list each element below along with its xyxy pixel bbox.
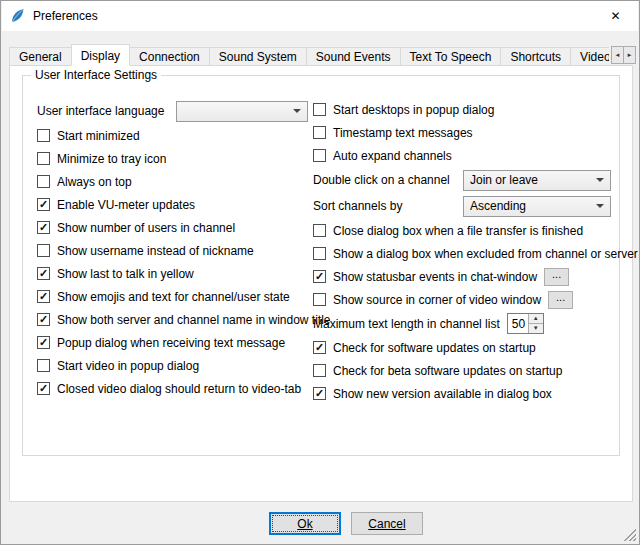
checkbox-label[interactable]: Show number of users in channel	[57, 221, 235, 235]
tab-scroll-right-icon[interactable]: ►	[623, 46, 636, 64]
spin-up-icon[interactable]: ▲	[529, 314, 543, 323]
tab-scroll-control: ◄ ►	[611, 46, 636, 64]
checkbox-label[interactable]: Enable VU-meter updates	[57, 198, 195, 212]
row-show-a-dialog-box-when-excluded-from-channel-or-server: Show a dialog box when excluded from cha…	[313, 242, 611, 265]
checkbox-label[interactable]: Show username instead of nickname	[57, 244, 254, 258]
tab-shortcuts[interactable]: Shortcuts	[500, 47, 571, 66]
checkbox-unchecked-icon-show-source-in-corner-of-video-window[interactable]	[313, 293, 326, 306]
checkbox-checked-icon-show-last-to-talk-in-yellow[interactable]: ✓	[37, 267, 50, 280]
more-options-button-show-statusbar-events-in-chat-window[interactable]: ...	[544, 268, 569, 286]
display-tab-page: User Interface Settings User interface l…	[9, 65, 633, 502]
tab-connection[interactable]: Connection	[129, 47, 210, 66]
checkbox-checked-icon-show-new-version-available-in-dialog-box[interactable]: ✓	[313, 387, 326, 400]
dropdown-value: Join or leave	[470, 173, 590, 187]
tab-general[interactable]: General	[9, 47, 72, 66]
checkbox-label[interactable]: Show a dialog box when excluded from cha…	[333, 247, 638, 261]
dropdown-user-interface-language[interactable]	[176, 101, 308, 122]
preferences-dialog: Preferences ✕ GeneralDisplayConnectionSo…	[0, 0, 640, 545]
ok-button[interactable]: Ok	[269, 512, 341, 535]
spinner-maximum-text-length-in-channel-list[interactable]: 50▲▼	[507, 313, 544, 334]
row-timestamp-text-messages: Timestamp text messages	[313, 121, 611, 144]
row-show-emojis-and-text-for-channel-user-state: ✓Show emojis and text for channel/user s…	[37, 285, 313, 308]
row-auto-expand-channels: Auto expand channels	[313, 144, 611, 167]
checkbox-label[interactable]: Show last to talk in yellow	[57, 267, 194, 281]
dropdown-value: Ascending	[470, 199, 590, 213]
row-show-statusbar-events-in-chat-window: ✓Show statusbar events in chat-window...	[313, 265, 611, 288]
checkbox-label[interactable]: Popup dialog when receiving text message	[57, 336, 285, 350]
checkbox-label[interactable]: Minimize to tray icon	[57, 152, 166, 166]
checkbox-unchecked-icon-show-a-dialog-box-when-excluded-from-channel-or-server[interactable]	[313, 247, 326, 260]
checkbox-checked-icon-show-statusbar-events-in-chat-window[interactable]: ✓	[313, 270, 326, 283]
cancel-button[interactable]: Cancel	[351, 512, 423, 535]
checkbox-checked-icon-closed-video-dialog-should-return-to-video-tab[interactable]: ✓	[37, 382, 50, 395]
checkbox-checked-icon-show-number-of-users-in-channel[interactable]: ✓	[37, 221, 50, 234]
checkbox-label[interactable]: Check for beta software updates on start…	[333, 364, 562, 378]
checkbox-label[interactable]: Timestamp text messages	[333, 126, 473, 140]
row-show-source-in-corner-of-video-window: Show source in corner of video window...	[313, 288, 611, 311]
checkbox-label[interactable]: Auto expand channels	[333, 149, 452, 163]
dropdown-sort-channels-by[interactable]: Ascending	[463, 196, 611, 217]
dropdown-label: Sort channels by	[313, 199, 463, 213]
checkbox-checked-icon-check-for-software-updates-on-startup[interactable]: ✓	[313, 341, 326, 354]
row-enable-vu-meter-updates: ✓Enable VU-meter updates	[37, 193, 313, 216]
checkbox-unchecked-icon-minimize-to-tray-icon[interactable]	[37, 152, 50, 165]
spin-down-icon[interactable]: ▼	[529, 323, 543, 333]
close-icon[interactable]: ✕	[593, 1, 638, 31]
tab-video[interactable]: Video	[570, 47, 609, 66]
row-start-minimized: Start minimized	[37, 124, 313, 147]
row-sort-channels-by: Sort channels byAscending	[313, 193, 611, 219]
checkbox-unchecked-icon-show-username-instead-of-nickname[interactable]	[37, 244, 50, 257]
checkbox-label[interactable]: Always on top	[57, 175, 132, 189]
checkbox-checked-icon-popup-dialog-when-receiving-text-message[interactable]: ✓	[37, 336, 50, 349]
chevron-down-icon	[596, 178, 604, 182]
tab-display[interactable]: Display	[71, 44, 130, 66]
checkbox-label[interactable]: Check for software updates on startup	[333, 341, 536, 355]
chevron-down-icon	[293, 109, 301, 113]
checkbox-unchecked-icon-check-for-beta-software-updates-on-startup[interactable]	[313, 364, 326, 377]
row-maximum-text-length-in-channel-list: Maximum text length in channel list50▲▼	[313, 311, 611, 336]
row-check-for-beta-software-updates-on-startup: Check for beta software updates on start…	[313, 359, 611, 382]
checkbox-label[interactable]: Show both server and channel name in win…	[57, 313, 331, 327]
checkbox-label[interactable]: Closed video dialog should return to vid…	[57, 382, 301, 396]
title-bar[interactable]: Preferences	[2, 1, 638, 31]
checkbox-label[interactable]: Show new version available in dialog box	[333, 387, 552, 401]
checkbox-unchecked-icon-start-video-in-popup-dialog[interactable]	[37, 359, 50, 372]
checkbox-label[interactable]: Start video in popup dialog	[57, 359, 199, 373]
row-show-new-version-available-in-dialog-box: ✓Show new version available in dialog bo…	[313, 382, 611, 405]
checkbox-label[interactable]: Start desktops in popup dialog	[333, 103, 494, 117]
resize-grip[interactable]	[623, 528, 636, 541]
spinner-value[interactable]: 50	[508, 314, 528, 333]
checkbox-label[interactable]: Show emojis and text for channel/user st…	[57, 290, 290, 304]
dropdown-double-click-on-a-channel[interactable]: Join or leave	[463, 170, 611, 191]
window-title: Preferences	[33, 9, 98, 23]
row-start-desktops-in-popup-dialog: Start desktops in popup dialog	[313, 98, 611, 121]
more-options-button-show-source-in-corner-of-video-window[interactable]: ...	[548, 291, 573, 309]
checkbox-unchecked-icon-timestamp-text-messages[interactable]	[313, 126, 326, 139]
user-interface-settings-group: User Interface Settings User interface l…	[22, 75, 620, 456]
group-title: User Interface Settings	[31, 68, 161, 82]
row-minimize-to-tray-icon: Minimize to tray icon	[37, 147, 313, 170]
dropdown-label: User interface language	[37, 104, 176, 118]
checkbox-unchecked-icon-always-on-top[interactable]	[37, 175, 50, 188]
checkbox-label[interactable]: Show source in corner of video window	[333, 293, 541, 307]
tab-text-to-speech[interactable]: Text To Speech	[400, 47, 502, 66]
checkbox-unchecked-icon-start-desktops-in-popup-dialog[interactable]	[313, 103, 326, 116]
row-start-video-in-popup-dialog: Start video in popup dialog	[37, 354, 313, 377]
tab-sound-system[interactable]: Sound System	[209, 47, 307, 66]
row-show-username-instead-of-nickname: Show username instead of nickname	[37, 239, 313, 262]
tab-sound-events[interactable]: Sound Events	[306, 47, 401, 66]
row-always-on-top: Always on top	[37, 170, 313, 193]
checkbox-label[interactable]: Start minimized	[57, 129, 140, 143]
dropdown-label: Double click on a channel	[313, 173, 463, 187]
row-user-interface-language: User interface language	[37, 98, 313, 124]
checkbox-label[interactable]: Show statusbar events in chat-window	[333, 270, 537, 284]
checkbox-unchecked-icon-start-minimized[interactable]	[37, 129, 50, 142]
row-double-click-on-a-channel: Double click on a channelJoin or leave	[313, 167, 611, 193]
checkbox-label[interactable]: Close dialog box when a file transfer is…	[333, 224, 583, 238]
row-popup-dialog-when-receiving-text-message: ✓Popup dialog when receiving text messag…	[37, 331, 313, 354]
checkbox-unchecked-icon-close-dialog-box-when-a-file-transfer-is-finished[interactable]	[313, 224, 326, 237]
checkbox-checked-icon-show-both-server-and-channel-name-in-window-title[interactable]: ✓	[37, 313, 50, 326]
checkbox-checked-icon-show-emojis-and-text-for-channel-user-state[interactable]: ✓	[37, 290, 50, 303]
checkbox-checked-icon-enable-vu-meter-updates[interactable]: ✓	[37, 198, 50, 211]
checkbox-unchecked-icon-auto-expand-channels[interactable]	[313, 149, 326, 162]
